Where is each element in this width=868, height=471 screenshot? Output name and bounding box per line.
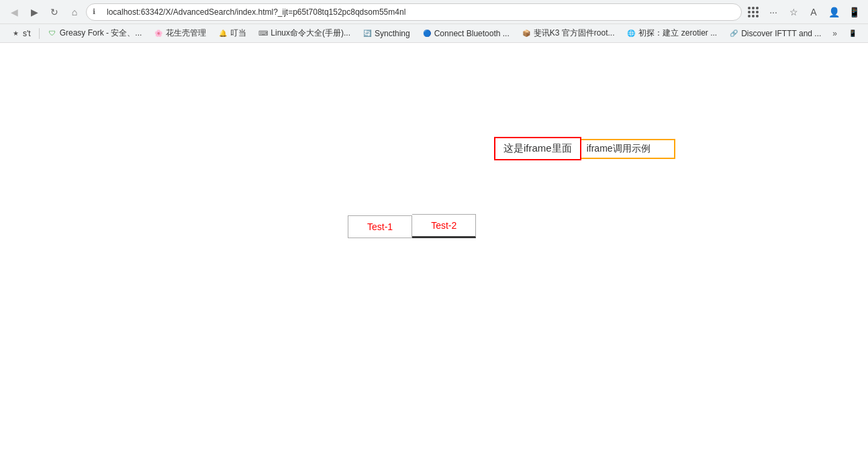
bookmark-syncthing-favicon: 🔄 <box>363 29 372 38</box>
bookmarks-bar: ★ s't 🛡 Greasy Fork - 安全、... 🌸 花生壳管理 🔔 叮… <box>0 24 868 43</box>
bookmark-k3-label: 斐讯K3 官方固件root... <box>534 28 615 39</box>
iframe-section: 这是iframe里面 <box>494 137 675 160</box>
bookmark-phone-favicon: 📱 <box>848 29 857 38</box>
translate-button[interactable]: A <box>805 3 822 21</box>
tab-test2[interactable]: Test-2 <box>412 214 476 238</box>
bookmark-huashell-favicon: 🌸 <box>154 29 163 38</box>
tabs-area: Test-1 Test-2 <box>348 214 476 238</box>
bookmark-dingdang[interactable]: 🔔 叮当 <box>213 26 252 40</box>
more-menu-button[interactable]: ··· <box>765 3 782 21</box>
grid-icon <box>748 7 759 17</box>
bookmark-greasy-favicon: 🛡 <box>48 29 57 38</box>
bookmark-zerotier[interactable]: 🌐 初探：建立 zerotier ... <box>621 26 722 40</box>
reload-button[interactable]: ↻ <box>46 3 63 21</box>
bookmark-ifttt[interactable]: 🔗 Discover IFTTT and ... <box>724 28 826 40</box>
bookmark-k3[interactable]: 📦 斐讯K3 官方固件root... <box>516 26 620 40</box>
bookmark-syncthing[interactable]: 🔄 Syncthing <box>357 28 416 40</box>
bookmark-st[interactable]: ★ s't <box>5 28 36 40</box>
bookmark-linux[interactable]: ⌨ Linux命令大全(手册)... <box>253 26 356 40</box>
bookmark-greasy-label: Greasy Fork - 安全、... <box>60 28 142 39</box>
bookmark-linux-label: Linux命令大全(手册)... <box>271 28 350 39</box>
bookmark-bluetooth-favicon: 🔵 <box>422 29 432 38</box>
home-button[interactable]: ⌂ <box>66 3 83 21</box>
bookmark-huashell[interactable]: 🌸 花生壳管理 <box>148 26 211 40</box>
bookmark-k3-favicon: 📦 <box>522 29 531 38</box>
bookmark-greasy[interactable]: 🛡 Greasy Fork - 安全、... <box>42 26 148 40</box>
toolbar: ◀ ▶ ↻ ⌂ ℹ ··· ☆ A 👤 📱 <box>0 0 868 24</box>
toolbar-right: ··· ☆ A 👤 📱 <box>744 3 863 21</box>
profile-button[interactable]: 👤 <box>825 3 842 21</box>
iframe-input[interactable] <box>581 139 675 159</box>
address-input[interactable] <box>86 3 742 21</box>
tab-test1[interactable]: Test-1 <box>348 215 412 238</box>
bookmark-zerotier-label: 初探：建立 zerotier ... <box>638 28 717 39</box>
page-content: 这是iframe里面 Test-1 Test-2 <box>0 43 868 439</box>
bookmark-huashell-label: 花生壳管理 <box>166 28 206 39</box>
bookmark-phone[interactable]: 📱 <box>842 28 863 40</box>
bookmark-st-favicon: ★ <box>11 29 20 38</box>
bookmark-ifttt-label: Discover IFTTT and ... <box>741 29 821 38</box>
back-button[interactable]: ◀ <box>5 3 23 21</box>
forward-button[interactable]: ▶ <box>26 3 43 21</box>
bookmark-zerotier-favicon: 🌐 <box>626 29 636 38</box>
iframe-text-label: 这是iframe里面 <box>494 137 581 160</box>
bookmark-bluetooth[interactable]: 🔵 Connect Bluetooth ... <box>417 28 515 40</box>
bookmark-divider-1 <box>39 28 40 39</box>
bookmark-syncthing-label: Syncthing <box>375 29 410 38</box>
extensions-button[interactable] <box>744 3 762 21</box>
phone-icon-button[interactable]: 📱 <box>845 3 863 21</box>
more-bookmarks-button[interactable]: » <box>828 28 841 40</box>
info-icon: ℹ <box>93 7 95 16</box>
browser-window: ◀ ▶ ↻ ⌂ ℹ ··· ☆ A 👤 📱 ★ s't <box>0 0 868 471</box>
bookmark-linux-favicon: ⌨ <box>258 29 268 38</box>
bookmark-st-label: s't <box>23 29 31 38</box>
bookmark-star-button[interactable]: ☆ <box>785 3 802 21</box>
bookmark-dingdang-favicon: 🔔 <box>218 29 228 38</box>
bookmark-ifttt-favicon: 🔗 <box>729 29 738 38</box>
bookmark-dingdang-label: 叮当 <box>230 28 246 39</box>
bookmark-bluetooth-label: Connect Bluetooth ... <box>434 29 510 38</box>
address-bar-wrapper: ℹ <box>86 3 742 21</box>
